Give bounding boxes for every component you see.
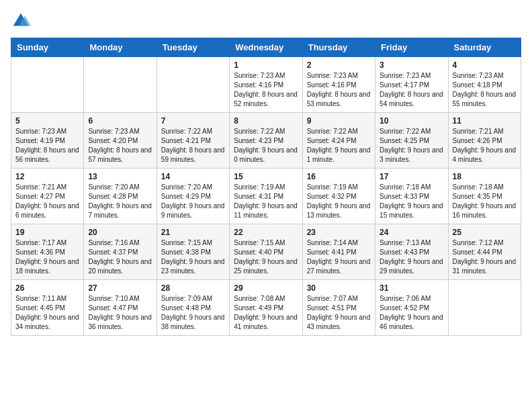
weekday-sunday: Sunday	[11, 38, 84, 57]
day-info: Sunrise: 7:19 AM Sunset: 4:32 PM Dayligh…	[307, 183, 371, 220]
day-cell-15: 15Sunrise: 7:19 AM Sunset: 4:31 PM Dayli…	[230, 169, 302, 224]
day-number: 8	[234, 116, 298, 126]
day-number: 5	[15, 116, 79, 126]
day-number: 13	[88, 172, 152, 181]
week-row-3: 12Sunrise: 7:21 AM Sunset: 4:27 PM Dayli…	[11, 169, 521, 224]
day-cell-28: 28Sunrise: 7:09 AM Sunset: 4:48 PM Dayli…	[157, 280, 229, 336]
day-number: 28	[161, 283, 225, 293]
day-number: 25	[453, 228, 517, 237]
day-info: Sunrise: 7:23 AM Sunset: 4:17 PM Dayligh…	[380, 71, 443, 109]
day-cell-18: 18Sunrise: 7:18 AM Sunset: 4:35 PM Dayli…	[448, 169, 521, 224]
day-number: 17	[380, 172, 443, 181]
weekday-saturday: Saturday	[448, 38, 521, 57]
day-cell-7: 7Sunrise: 7:22 AM Sunset: 4:21 PM Daylig…	[157, 113, 229, 169]
day-cell-8: 8Sunrise: 7:22 AM Sunset: 4:23 PM Daylig…	[230, 113, 302, 169]
day-info: Sunrise: 7:19 AM Sunset: 4:31 PM Dayligh…	[234, 183, 298, 220]
day-number: 23	[307, 228, 371, 237]
day-info: Sunrise: 7:13 AM Sunset: 4:43 PM Dayligh…	[380, 238, 443, 276]
day-number: 31	[380, 283, 443, 293]
day-cell-29: 29Sunrise: 7:08 AM Sunset: 4:49 PM Dayli…	[230, 280, 302, 336]
day-number: 18	[453, 172, 517, 181]
day-info: Sunrise: 7:07 AM Sunset: 4:51 PM Dayligh…	[307, 294, 371, 332]
day-info: Sunrise: 7:20 AM Sunset: 4:29 PM Dayligh…	[161, 183, 225, 220]
day-number: 30	[307, 283, 371, 293]
day-cell-24: 24Sunrise: 7:13 AM Sunset: 4:43 PM Dayli…	[375, 224, 448, 280]
weekday-friday: Friday	[375, 38, 448, 57]
day-cell-25: 25Sunrise: 7:12 AM Sunset: 4:44 PM Dayli…	[448, 224, 521, 280]
day-info: Sunrise: 7:10 AM Sunset: 4:47 PM Dayligh…	[88, 294, 152, 332]
day-number: 10	[380, 116, 443, 126]
day-cell-26: 26Sunrise: 7:11 AM Sunset: 4:45 PM Dayli…	[11, 280, 84, 336]
week-row-5: 26Sunrise: 7:11 AM Sunset: 4:45 PM Dayli…	[11, 280, 521, 336]
day-cell-31: 31Sunrise: 7:06 AM Sunset: 4:52 PM Dayli…	[375, 280, 448, 336]
day-info: Sunrise: 7:23 AM Sunset: 4:20 PM Dayligh…	[88, 127, 152, 165]
day-number: 22	[234, 228, 298, 237]
day-info: Sunrise: 7:14 AM Sunset: 4:41 PM Dayligh…	[307, 238, 371, 276]
empty-cell	[84, 57, 157, 113]
day-number: 9	[307, 116, 371, 126]
weekday-monday: Monday	[84, 38, 157, 57]
day-number: 27	[88, 283, 152, 293]
empty-cell	[157, 57, 229, 113]
day-number: 12	[15, 172, 79, 181]
day-info: Sunrise: 7:06 AM Sunset: 4:52 PM Dayligh…	[380, 294, 443, 332]
day-info: Sunrise: 7:21 AM Sunset: 4:27 PM Dayligh…	[15, 183, 79, 220]
day-cell-17: 17Sunrise: 7:18 AM Sunset: 4:33 PM Dayli…	[375, 169, 448, 224]
day-cell-20: 20Sunrise: 7:16 AM Sunset: 4:37 PM Dayli…	[84, 224, 157, 280]
day-cell-23: 23Sunrise: 7:14 AM Sunset: 4:41 PM Dayli…	[302, 224, 375, 280]
day-number: 29	[234, 283, 298, 293]
day-number: 2	[307, 60, 371, 70]
empty-cell	[11, 57, 84, 113]
day-number: 24	[380, 228, 443, 237]
day-cell-22: 22Sunrise: 7:15 AM Sunset: 4:40 PM Dayli…	[230, 224, 302, 280]
day-cell-9: 9Sunrise: 7:22 AM Sunset: 4:24 PM Daylig…	[302, 113, 375, 169]
weekday-wednesday: Wednesday	[230, 38, 302, 57]
day-number: 1	[234, 60, 298, 70]
day-info: Sunrise: 7:22 AM Sunset: 4:21 PM Dayligh…	[161, 127, 225, 165]
day-info: Sunrise: 7:23 AM Sunset: 4:18 PM Dayligh…	[453, 71, 517, 109]
day-number: 26	[15, 283, 79, 293]
day-info: Sunrise: 7:15 AM Sunset: 4:40 PM Dayligh…	[234, 238, 298, 276]
day-cell-16: 16Sunrise: 7:19 AM Sunset: 4:32 PM Dayli…	[302, 169, 375, 224]
week-row-4: 19Sunrise: 7:17 AM Sunset: 4:36 PM Dayli…	[11, 224, 521, 280]
day-info: Sunrise: 7:17 AM Sunset: 4:36 PM Dayligh…	[15, 238, 79, 276]
day-number: 14	[161, 172, 225, 181]
day-info: Sunrise: 7:23 AM Sunset: 4:19 PM Dayligh…	[15, 127, 79, 165]
day-number: 21	[161, 228, 225, 237]
day-info: Sunrise: 7:12 AM Sunset: 4:44 PM Dayligh…	[453, 238, 517, 276]
day-info: Sunrise: 7:18 AM Sunset: 4:33 PM Dayligh…	[380, 183, 443, 220]
day-number: 4	[453, 60, 517, 70]
day-number: 19	[15, 228, 79, 237]
day-number: 16	[307, 172, 371, 181]
day-info: Sunrise: 7:09 AM Sunset: 4:48 PM Dayligh…	[161, 294, 225, 332]
day-cell-6: 6Sunrise: 7:23 AM Sunset: 4:20 PM Daylig…	[84, 113, 157, 169]
day-info: Sunrise: 7:16 AM Sunset: 4:37 PM Dayligh…	[88, 238, 152, 276]
day-info: Sunrise: 7:23 AM Sunset: 4:16 PM Dayligh…	[307, 71, 371, 109]
day-cell-12: 12Sunrise: 7:21 AM Sunset: 4:27 PM Dayli…	[11, 169, 84, 224]
day-number: 15	[234, 172, 298, 181]
day-number: 6	[88, 116, 152, 126]
day-cell-2: 2Sunrise: 7:23 AM Sunset: 4:16 PM Daylig…	[302, 57, 375, 113]
day-cell-5: 5Sunrise: 7:23 AM Sunset: 4:19 PM Daylig…	[11, 113, 84, 169]
day-info: Sunrise: 7:08 AM Sunset: 4:49 PM Dayligh…	[234, 294, 298, 332]
week-row-2: 5Sunrise: 7:23 AM Sunset: 4:19 PM Daylig…	[11, 113, 521, 169]
day-number: 3	[380, 60, 443, 70]
week-row-1: 1Sunrise: 7:23 AM Sunset: 4:16 PM Daylig…	[11, 57, 521, 113]
logo-icon	[11, 11, 31, 31]
day-cell-1: 1Sunrise: 7:23 AM Sunset: 4:16 PM Daylig…	[230, 57, 302, 113]
weekday-thursday: Thursday	[302, 38, 375, 57]
day-info: Sunrise: 7:23 AM Sunset: 4:16 PM Dayligh…	[234, 71, 298, 109]
day-info: Sunrise: 7:20 AM Sunset: 4:28 PM Dayligh…	[88, 183, 152, 220]
day-info: Sunrise: 7:22 AM Sunset: 4:23 PM Dayligh…	[234, 127, 298, 165]
calendar-table: SundayMondayTuesdayWednesdayThursdayFrid…	[11, 38, 521, 336]
day-cell-10: 10Sunrise: 7:22 AM Sunset: 4:25 PM Dayli…	[375, 113, 448, 169]
day-cell-13: 13Sunrise: 7:20 AM Sunset: 4:28 PM Dayli…	[84, 169, 157, 224]
day-cell-4: 4Sunrise: 7:23 AM Sunset: 4:18 PM Daylig…	[448, 57, 521, 113]
day-cell-21: 21Sunrise: 7:15 AM Sunset: 4:38 PM Dayli…	[157, 224, 229, 280]
day-cell-11: 11Sunrise: 7:21 AM Sunset: 4:26 PM Dayli…	[448, 113, 521, 169]
day-info: Sunrise: 7:18 AM Sunset: 4:35 PM Dayligh…	[453, 183, 517, 220]
weekday-tuesday: Tuesday	[157, 38, 229, 57]
weekday-header-row: SundayMondayTuesdayWednesdayThursdayFrid…	[11, 38, 521, 57]
day-cell-27: 27Sunrise: 7:10 AM Sunset: 4:47 PM Dayli…	[84, 280, 157, 336]
day-cell-30: 30Sunrise: 7:07 AM Sunset: 4:51 PM Dayli…	[302, 280, 375, 336]
